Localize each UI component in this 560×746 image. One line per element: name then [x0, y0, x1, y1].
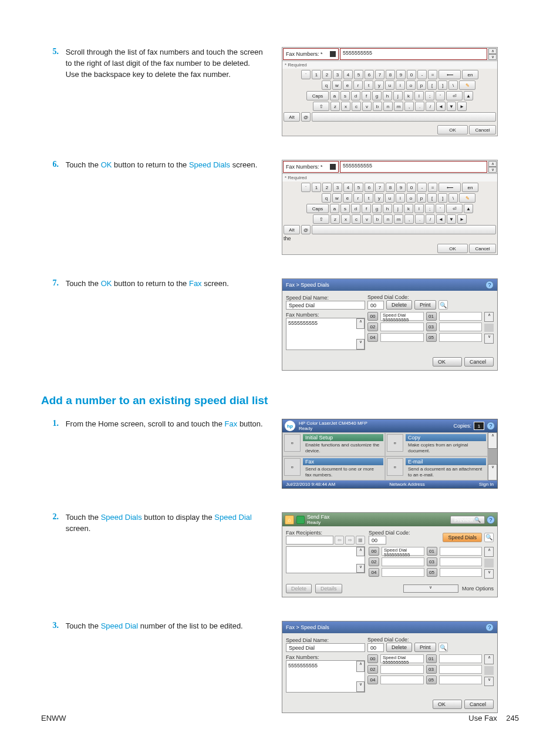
- key-⏎[interactable]: ⏎: [446, 204, 463, 213]
- speed-dial-slot[interactable]: 02: [367, 322, 424, 331]
- search-icon[interactable]: 🔍: [438, 643, 448, 652]
- key-6[interactable]: 6: [365, 70, 374, 79]
- key-r[interactable]: r: [353, 193, 363, 203]
- key-v[interactable]: v: [362, 214, 372, 224]
- help-icon[interactable]: ?: [487, 516, 495, 524]
- key-▼[interactable]: ▼: [447, 102, 456, 111]
- key-1[interactable]: 1: [312, 70, 321, 79]
- speed-dial-slot[interactable]: 04: [367, 333, 424, 342]
- scroll-up-icon[interactable]: ∧: [484, 547, 494, 557]
- key-u[interactable]: u: [385, 193, 394, 203]
- scroll-up-icon[interactable]: ∧: [488, 432, 497, 449]
- fax-recipients-input[interactable]: [286, 536, 333, 545]
- key-x[interactable]: x: [341, 102, 350, 111]
- speed-dial-slot[interactable]: 01: [426, 312, 483, 321]
- key-.[interactable]: .: [415, 214, 424, 224]
- key-0[interactable]: 0: [407, 183, 416, 192]
- key-t[interactable]: t: [364, 80, 373, 90]
- key-y[interactable]: y: [375, 193, 384, 203]
- delete-button[interactable]: Delete: [386, 300, 412, 310]
- key--[interactable]: -: [417, 183, 427, 192]
- cancel-button[interactable]: Cancel: [469, 125, 496, 135]
- key-en[interactable]: en: [462, 183, 478, 192]
- key-7[interactable]: 7: [375, 70, 384, 79]
- key-z[interactable]: z: [330, 214, 340, 224]
- home-tile-fax[interactable]: ▫ Fax Send a document to one or more fax…: [282, 456, 385, 480]
- scroll-down-icon[interactable]: ∨: [484, 677, 494, 687]
- key-q[interactable]: q: [322, 80, 331, 90]
- ok-button[interactable]: OK: [433, 700, 462, 709]
- key-⇧[interactable]: ⇧: [313, 214, 329, 224]
- print-button[interactable]: Print: [414, 643, 436, 652]
- key-⟵[interactable]: ⟵: [438, 183, 461, 192]
- key-c[interactable]: c: [352, 214, 361, 224]
- prev-icon[interactable]: ⇦: [335, 536, 344, 545]
- key-z[interactable]: z: [330, 102, 340, 111]
- key-[[interactable]: [: [427, 80, 437, 90]
- key-1[interactable]: 1: [312, 183, 321, 192]
- key-⇧[interactable]: ⇧: [313, 102, 329, 111]
- fax-numbers-field[interactable]: Fax Numbers: *: [283, 161, 339, 173]
- scroll-down-icon[interactable]: ∨: [488, 167, 497, 173]
- key-s[interactable]: s: [340, 91, 350, 100]
- next-icon[interactable]: ⇨: [345, 536, 355, 545]
- key-d[interactable]: d: [351, 91, 360, 100]
- key-;[interactable]: ;: [425, 204, 434, 213]
- home-tile-initial-setup[interactable]: ▫ Initial Setup Enable functions and cus…: [282, 432, 385, 456]
- key-✎[interactable]: ✎: [459, 193, 475, 203]
- scroll-up-icon[interactable]: ∧: [488, 48, 497, 54]
- delete-button[interactable]: Delete: [386, 643, 412, 652]
- cancel-button[interactable]: Cancel: [469, 244, 496, 253]
- key-▲[interactable]: ▲: [464, 204, 473, 213]
- key-►[interactable]: ►: [457, 102, 467, 111]
- key-k[interactable]: k: [404, 91, 413, 100]
- scroll-up-icon[interactable]: ∧: [484, 654, 494, 664]
- key-o[interactable]: o: [406, 193, 416, 203]
- key-h[interactable]: h: [383, 91, 392, 100]
- key-⏎[interactable]: ⏎: [446, 91, 463, 100]
- key-5[interactable]: 5: [354, 183, 363, 192]
- key-;[interactable]: ;: [425, 91, 434, 100]
- scroll-down-icon[interactable]: ∨: [488, 54, 497, 60]
- speed-dial-slot[interactable]: 01: [426, 654, 483, 663]
- key-\[interactable]: \: [448, 193, 458, 203]
- key-w[interactable]: w: [332, 193, 342, 203]
- key-][interactable]: ]: [438, 80, 447, 90]
- scroll-down-icon[interactable]: ∨: [488, 464, 497, 480]
- key-j[interactable]: j: [393, 91, 403, 100]
- ok-button[interactable]: OK: [437, 125, 468, 135]
- sign-in-button[interactable]: Sign In: [479, 482, 494, 487]
- scroll-down-icon[interactable]: ∨: [356, 564, 365, 573]
- key-4[interactable]: 4: [343, 70, 353, 79]
- key-m[interactable]: m: [394, 214, 403, 224]
- key-o[interactable]: o: [406, 80, 416, 90]
- more-options-button[interactable]: More Options: [462, 586, 494, 592]
- scroll-up-icon[interactable]: ∧: [356, 547, 365, 556]
- home-tile-e-mail[interactable]: ▫ E-mail Send a document as an attachmen…: [385, 456, 488, 480]
- key-8[interactable]: 8: [386, 183, 395, 192]
- key-en[interactable]: en: [462, 70, 478, 79]
- key-l[interactable]: l: [414, 91, 424, 100]
- key-h[interactable]: h: [383, 204, 392, 213]
- key-Alt[interactable]: Alt: [284, 112, 300, 122]
- key-][interactable]: ]: [438, 193, 447, 203]
- dropdown-icon[interactable]: [330, 51, 336, 57]
- key-=[interactable]: =: [428, 70, 437, 79]
- key-[[interactable]: [: [427, 193, 437, 203]
- key-'[interactable]: ': [436, 204, 445, 213]
- key-▲[interactable]: ▲: [464, 91, 473, 100]
- keypad-icon[interactable]: ▦: [356, 536, 365, 545]
- key-f[interactable]: f: [362, 91, 371, 100]
- preview-button[interactable]: Preview🔍: [450, 516, 485, 524]
- key-►[interactable]: ►: [457, 214, 467, 224]
- key-q[interactable]: q: [322, 193, 331, 203]
- scroll-up-icon[interactable]: ∧: [484, 312, 494, 322]
- speed-dial-code-input[interactable]: 00: [367, 643, 384, 652]
- key-6[interactable]: 6: [365, 183, 374, 192]
- key-2[interactable]: 2: [322, 70, 332, 79]
- key--[interactable]: -: [417, 70, 427, 79]
- key-d[interactable]: d: [351, 204, 360, 213]
- speed-dial-slot[interactable]: 03: [427, 557, 483, 566]
- help-icon[interactable]: ?: [485, 281, 494, 289]
- key-[interactable]: [312, 112, 496, 122]
